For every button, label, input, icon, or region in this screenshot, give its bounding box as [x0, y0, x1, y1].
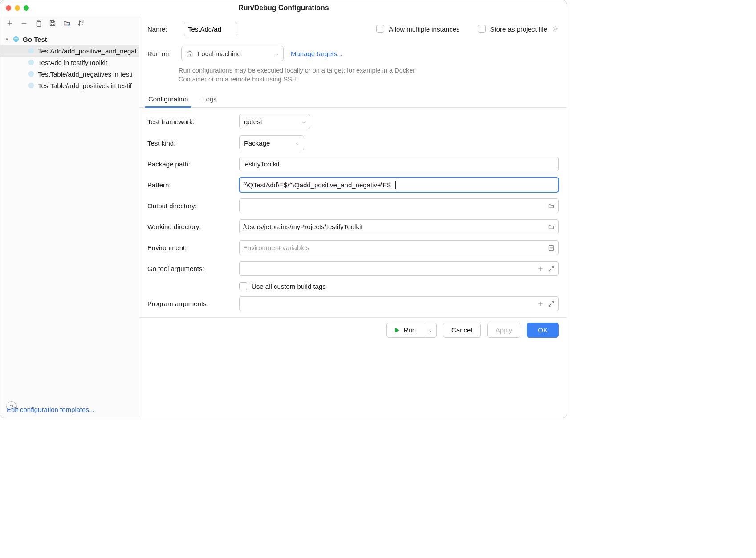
- footer: Run ⌄ Cancel Apply OK: [139, 317, 567, 342]
- input-value: /Users/jetbrains/myProjects/testifyToolk…: [243, 223, 544, 230]
- svg-point-8: [554, 28, 557, 30]
- main-header: Name: Allow multiple instances Store as …: [139, 16, 567, 84]
- cancel-button[interactable]: Cancel: [443, 323, 481, 338]
- svg-point-4: [28, 48, 34, 54]
- expand-icon[interactable]: [548, 300, 555, 307]
- save-icon[interactable]: [49, 19, 57, 27]
- dialog-window: Run/Debug Configurations ▾ Go Test: [0, 0, 567, 418]
- window-title: Run/Debug Configurations: [0, 4, 567, 12]
- tree-item[interactable]: TestAdd/add_positive_and_negat: [0, 45, 139, 57]
- allow-multiple-checkbox[interactable]: Allow multiple instances: [376, 25, 459, 33]
- sort-icon[interactable]: [77, 19, 85, 27]
- button-label: Apply: [496, 326, 512, 334]
- chevron-down-icon[interactable]: ⌄: [424, 323, 436, 337]
- manage-targets-link[interactable]: Manage targets...: [291, 50, 343, 57]
- test-kind-label: Test kind:: [147, 139, 234, 147]
- folder-icon[interactable]: [548, 223, 555, 230]
- list-icon[interactable]: [548, 244, 555, 251]
- add-icon[interactable]: [6, 19, 14, 27]
- chevron-down-icon: ⌄: [301, 119, 305, 125]
- runon-value: Local machine: [198, 50, 241, 57]
- edit-templates-link[interactable]: Edit configuration templates...: [7, 406, 95, 413]
- runon-hint: Run configurations may be executed local…: [179, 66, 428, 84]
- run-button[interactable]: Run ⌄: [386, 323, 437, 338]
- tree-item[interactable]: TestTable/add_positives in testif: [0, 80, 139, 91]
- env-input[interactable]: Environment variables: [239, 240, 559, 255]
- svg-point-2: [15, 38, 16, 39]
- svg-point-3: [16, 38, 17, 39]
- package-path-label: Package path:: [147, 160, 234, 168]
- dialog-body: ▾ Go Test TestAdd/add_positive_and_negat…: [0, 16, 567, 418]
- tree-item-label: TestAdd/add_positive_and_negat: [38, 47, 137, 55]
- tree-group-label: Go Test: [23, 36, 47, 43]
- working-dir-input[interactable]: /Users/jetbrains/myProjects/testifyToolk…: [239, 219, 559, 234]
- svg-point-7: [28, 83, 34, 89]
- ok-button[interactable]: OK: [527, 323, 559, 338]
- gopher-icon: [27, 47, 35, 55]
- env-label: Environment:: [147, 244, 234, 251]
- chevron-down-icon: ⌄: [275, 51, 279, 57]
- chevron-down-icon: ▾: [6, 36, 12, 42]
- titlebar: Run/Debug Configurations: [0, 0, 567, 16]
- folder-icon[interactable]: [548, 202, 555, 210]
- pattern-label: Pattern:: [147, 181, 234, 189]
- runon-select[interactable]: Local machine ⌄: [181, 46, 284, 61]
- text-caret: [395, 181, 396, 189]
- output-dir-label: Output directory:: [147, 202, 234, 210]
- plus-icon[interactable]: [537, 300, 544, 307]
- use-build-tags-checkbox[interactable]: Use all custom build tags: [239, 282, 559, 290]
- folder-add-icon[interactable]: [63, 19, 71, 27]
- svg-point-5: [28, 60, 34, 65]
- go-args-input[interactable]: [239, 261, 559, 276]
- gopher-icon: [12, 35, 20, 43]
- play-icon: [393, 327, 400, 334]
- package-path-input[interactable]: testifyToolkit: [239, 157, 559, 171]
- checkbox-box: [239, 282, 247, 290]
- copy-icon[interactable]: [34, 19, 42, 27]
- checkbox-box: [376, 25, 384, 33]
- gopher-icon: [27, 58, 35, 66]
- tabs: Configuration Logs: [139, 92, 567, 108]
- gopher-icon: [27, 81, 35, 89]
- tree-item[interactable]: TestTable/add_negatives in testi: [0, 68, 139, 80]
- help-button[interactable]: ?: [6, 401, 17, 412]
- expand-icon[interactable]: [548, 265, 555, 272]
- runon-row: Run on: Local machine ⌄ Manage targets..…: [147, 46, 559, 61]
- tab-configuration[interactable]: Configuration: [147, 92, 189, 107]
- main-panel: Name: Allow multiple instances Store as …: [139, 16, 567, 418]
- name-input[interactable]: [184, 22, 237, 36]
- output-dir-input[interactable]: [239, 198, 559, 213]
- checkbox-label: Allow multiple instances: [389, 25, 459, 33]
- working-dir-label: Working directory:: [147, 223, 234, 230]
- config-form: Test framework: gotest ⌄ Test kind: Pack…: [139, 108, 567, 317]
- home-icon: [186, 50, 193, 57]
- program-args-input[interactable]: [239, 296, 559, 311]
- test-framework-select[interactable]: gotest ⌄: [239, 114, 310, 129]
- tree-group-go-test[interactable]: ▾ Go Test: [0, 33, 139, 45]
- test-framework-label: Test framework:: [147, 118, 234, 125]
- button-label: Run: [404, 326, 416, 334]
- sidebar: ▾ Go Test TestAdd/add_positive_and_negat…: [0, 16, 139, 418]
- test-kind-select[interactable]: Package ⌄: [239, 135, 304, 150]
- name-label: Name:: [147, 25, 174, 33]
- gear-icon[interactable]: [552, 25, 559, 32]
- checkbox-label: Use all custom build tags: [252, 283, 326, 290]
- pattern-input[interactable]: ^\QTestAdd\E$/^\Qadd_positive_and_negati…: [239, 178, 559, 192]
- remove-icon[interactable]: [20, 19, 28, 27]
- select-value: Package: [244, 139, 270, 147]
- tab-logs[interactable]: Logs: [201, 92, 218, 107]
- gopher-icon: [27, 70, 35, 78]
- svg-rect-0: [37, 21, 41, 26]
- tree-item-label: TestAdd in testifyToolkit: [38, 59, 107, 66]
- input-value: ^\QTestAdd\E$/^\Qadd_positive_and_negati…: [243, 181, 391, 189]
- button-label: Cancel: [451, 326, 472, 334]
- plus-icon[interactable]: [537, 265, 544, 272]
- config-tree: ▾ Go Test TestAdd/add_positive_and_negat…: [0, 31, 139, 401]
- tree-item-label: TestTable/add_negatives in testi: [38, 70, 133, 78]
- button-label: OK: [538, 326, 548, 334]
- store-project-checkbox[interactable]: Store as project file: [478, 25, 559, 33]
- sidebar-bottom: Edit configuration templates...: [0, 401, 139, 418]
- tree-item[interactable]: TestAdd in testifyToolkit: [0, 57, 139, 68]
- apply-button[interactable]: Apply: [487, 323, 521, 338]
- go-args-label: Go tool arguments:: [147, 265, 234, 272]
